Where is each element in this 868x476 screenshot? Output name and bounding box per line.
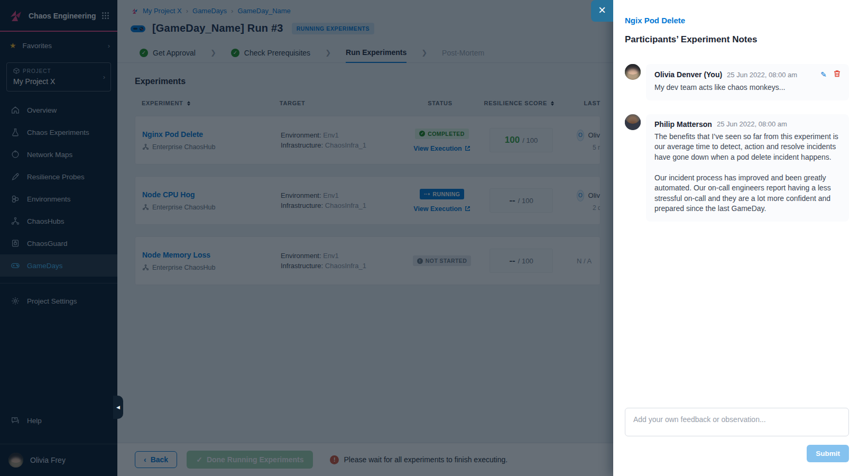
trash-icon[interactable]: [834, 70, 841, 79]
drawer-title: Participants’ Experiment Notes: [625, 34, 849, 45]
avatar: [625, 64, 641, 80]
edit-icon[interactable]: ✎: [820, 70, 827, 79]
experiment-link[interactable]: Ngix Pod Delete: [625, 16, 849, 25]
submit-button[interactable]: Submit: [807, 445, 849, 462]
note-author: Philip Matterson: [654, 120, 712, 129]
experiment-notes-drawer: × Ngix Pod Delete Participants’ Experime…: [613, 0, 868, 476]
sidebar-collapse-handle[interactable]: ◀: [113, 396, 123, 419]
note-body: The benefits that I’ve seen so far from …: [654, 132, 841, 214]
feedback-input[interactable]: [625, 408, 849, 436]
avatar: [625, 114, 641, 130]
note-author: Olivia Denver (You): [654, 70, 722, 79]
note-body: My dev team acts like chaos monkeys...: [654, 83, 841, 93]
close-icon[interactable]: ×: [591, 0, 613, 22]
note-timestamp: 25 Jun 2022, 08:00 am: [727, 71, 797, 79]
note-timestamp: 25 Jun 2022, 08:00 am: [717, 120, 787, 128]
note-item: Philip Matterson 25 Jun 2022, 08:00 am T…: [625, 114, 849, 222]
note-item: Olivia Denver (You) 25 Jun 2022, 08:00 a…: [625, 64, 849, 100]
modal-dim-overlay[interactable]: [0, 0, 613, 476]
